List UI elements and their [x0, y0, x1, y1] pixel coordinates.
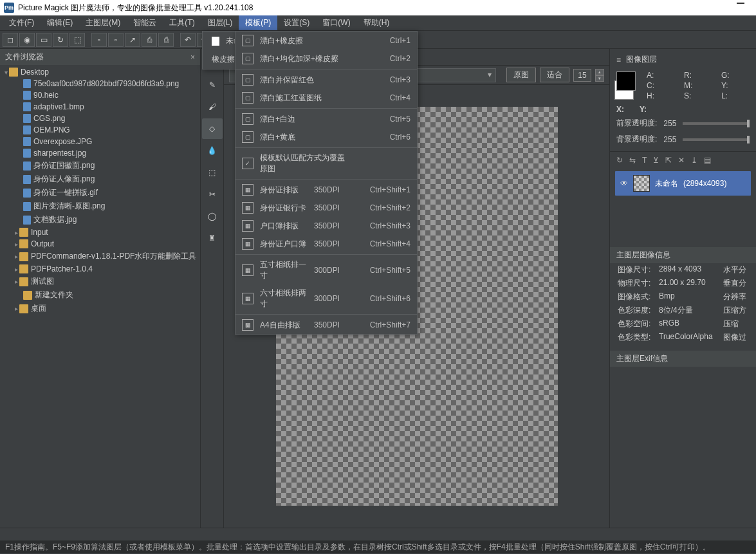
file-item[interactable]: 文档数据.jpg — [0, 213, 200, 226]
menu-7[interactable]: 设置(S) — [277, 15, 316, 30]
tool-refresh-icon[interactable]: ↻ — [53, 33, 68, 47]
menu-5[interactable]: 图层(L) — [201, 15, 239, 30]
expand-icon[interactable]: ▸ — [13, 253, 19, 260]
folder-item[interactable]: ▸PDFCommander-v1.18.1-PDF水印万能删除工具 — [0, 250, 200, 263]
brush-tool-icon[interactable]: 🖌 — [202, 97, 223, 117]
menu-0[interactable]: 文件(F) — [3, 15, 41, 30]
zoom-spinner[interactable]: ▴▾ — [595, 69, 604, 82]
file-item[interactable]: CGS.png — [0, 113, 200, 124]
template-icon: ▦ — [242, 184, 254, 196]
close-icon[interactable]: × — [190, 53, 195, 62]
fit-button[interactable]: 适合 — [540, 68, 569, 82]
submenu-item[interactable]: ▦身份证银行卡350DPICtrl+Shift+2 — [235, 199, 417, 217]
panel-menu-icon[interactable]: ≡ — [616, 55, 621, 64]
layer-up-icon[interactable]: ⇱ — [665, 156, 672, 165]
layer-del-icon[interactable]: ✕ — [678, 156, 685, 165]
submenu-item[interactable]: ▦户口簿排版350DPICtrl+Shift+3 — [235, 217, 417, 235]
menu-4[interactable]: 工具(T) — [163, 15, 201, 30]
dpi-label: 350DPI — [314, 320, 349, 329]
bg-opacity[interactable]: 背景透明度:255 — [610, 131, 756, 147]
folder-item[interactable]: ▸桌面 — [0, 302, 200, 315]
layer-text-icon[interactable]: T — [642, 156, 647, 165]
submenu-item[interactable]: ▩A4自由排版350DPICtrl+Shift+7 — [235, 316, 417, 334]
tree-root[interactable]: ▾ Desktop — [0, 66, 200, 78]
folder-icon — [19, 264, 28, 273]
tool-printer-icon[interactable]: ⎙ — [158, 33, 174, 47]
file-item[interactable]: 身份证一键拼版.gif — [0, 186, 200, 199]
file-item[interactable]: sharpentest.jpg — [0, 147, 200, 159]
file-item[interactable]: 身份证国徽面.png — [0, 159, 200, 172]
folder-item[interactable]: ▸Input — [0, 226, 200, 238]
folder-icon — [19, 239, 28, 248]
submenu-item[interactable]: ▦身份证排版350DPICtrl+Shift+1 — [235, 181, 417, 199]
menu-8[interactable]: 窗口(W) — [316, 15, 356, 30]
tool-camera-icon[interactable]: ◉ — [19, 33, 35, 47]
menu-3[interactable]: 智能云 — [127, 15, 163, 30]
color-swatch[interactable] — [616, 71, 634, 100]
file-item[interactable]: 图片变清晰-原图.png — [0, 199, 200, 213]
lasso-tool-icon[interactable]: ◯ — [202, 206, 223, 226]
submenu-item[interactable]: ▢漂白并保留红色Ctrl+3 — [235, 71, 417, 89]
file-label: adaptive1.bmp — [33, 102, 84, 111]
file-item[interactable]: 75e0aaf0cd987d802bbdf7930d6fd3a9.png — [0, 78, 200, 89]
expand-icon[interactable]: ▸ — [13, 305, 19, 312]
tool-saveas-icon[interactable]: ▫ — [108, 33, 124, 47]
exif-header: 主图层Exif信息 — [610, 351, 756, 367]
zoom-value[interactable]: 15 — [573, 69, 591, 82]
tool-open-icon[interactable]: ▭ — [36, 33, 51, 47]
pencil-tool-icon[interactable]: ✎ — [202, 75, 223, 95]
tool-save-icon[interactable]: ▫ — [91, 33, 107, 47]
folder-item[interactable]: ▸PDFPatcher-1.0.4 — [0, 263, 200, 275]
folder-item[interactable]: ▸Output — [0, 238, 200, 250]
shortcut-label: Ctrl+Shift+7 — [355, 320, 410, 329]
original-button[interactable]: 原图 — [506, 68, 536, 82]
file-item[interactable]: Overexpose.JPG — [0, 136, 200, 147]
tool-screenshot-icon[interactable]: ⬚ — [69, 33, 85, 47]
file-item[interactable]: 身份证人像面.png — [0, 172, 200, 186]
tool-undo-icon[interactable]: ↶ — [180, 33, 196, 47]
folder-item[interactable]: 新建文件夹 — [0, 288, 200, 302]
menu-1[interactable]: 编辑(E) — [41, 15, 79, 30]
eraser-tool-icon[interactable]: ◇ — [202, 118, 223, 139]
expand-icon[interactable]: ▸ — [13, 241, 19, 248]
layer-refresh-icon[interactable]: ↻ — [616, 156, 623, 165]
submenu-item[interactable]: ▢漂白+橡皮擦Ctrl+1 — [235, 32, 417, 50]
visibility-icon[interactable]: 👁 — [620, 179, 628, 188]
folder-label: PDFPatcher-1.0.4 — [31, 264, 93, 273]
stamp-tool-icon[interactable]: ♜ — [202, 228, 223, 248]
submenu-item[interactable]: ▦五寸相纸排一寸300DPICtrl+Shift+5 — [235, 256, 417, 284]
tool-print-icon[interactable]: ⎙ — [142, 33, 157, 47]
menu-2[interactable]: 主图层(M) — [79, 15, 127, 30]
submenu-item[interactable]: ▢漂白+黄底Ctrl+6 — [235, 128, 417, 146]
tool-new-icon[interactable]: ◻ — [3, 33, 18, 47]
expand-icon[interactable]: ▸ — [13, 278, 19, 285]
file-label: OEM.PNG — [33, 125, 70, 134]
submenu-item[interactable]: ▦身份证户口簿350DPICtrl+Shift+4 — [235, 235, 417, 253]
minimize-button[interactable] — [737, 3, 744, 4]
submenu-item[interactable]: ▢漂白+均化加深+橡皮擦Ctrl+2 — [235, 50, 417, 68]
eyedropper-tool-icon[interactable]: 💧 — [202, 140, 223, 161]
expand-icon[interactable]: ▸ — [13, 266, 19, 273]
layer-merge-icon[interactable]: ▤ — [704, 156, 711, 165]
file-item[interactable]: OEM.PNG — [0, 124, 200, 136]
tool-export-icon[interactable]: ↗ — [125, 33, 140, 47]
fg-opacity[interactable]: 前景透明度:255 — [610, 115, 756, 131]
layer-item[interactable]: 👁 未命名 (2894x4093) — [615, 171, 751, 196]
collapse-icon[interactable]: ▾ — [3, 69, 9, 76]
file-item[interactable]: adaptive1.bmp — [0, 101, 200, 113]
dpi-label: 350DPI — [314, 221, 349, 230]
file-item[interactable]: 90.heic — [0, 89, 200, 101]
submenu-item[interactable]: ▦六寸相纸排两寸300DPICtrl+Shift+6 — [235, 284, 417, 313]
layer-import-icon[interactable]: ⤓ — [691, 156, 697, 165]
folder-item[interactable]: ▸测试图 — [0, 275, 200, 288]
menu-9[interactable]: 帮助(H) — [357, 15, 396, 30]
crop-tool-icon[interactable]: ✂ — [202, 184, 223, 205]
submenu-item[interactable]: ▢漂白施工红蓝图纸Ctrl+4 — [235, 89, 417, 107]
submenu-item[interactable]: ▢漂白+白边Ctrl+5 — [235, 110, 417, 128]
expand-icon[interactable]: ▸ — [13, 229, 19, 236]
marquee-tool-icon[interactable]: ⬚ — [202, 162, 223, 183]
menu-6[interactable]: 模板(P) — [239, 15, 277, 30]
layer-link-icon[interactable]: ⇆ — [629, 156, 636, 165]
submenu-item[interactable]: ✓模板默认匹配方式为覆盖原图 — [235, 149, 417, 178]
layer-down-icon[interactable]: ⊻ — [653, 156, 659, 165]
